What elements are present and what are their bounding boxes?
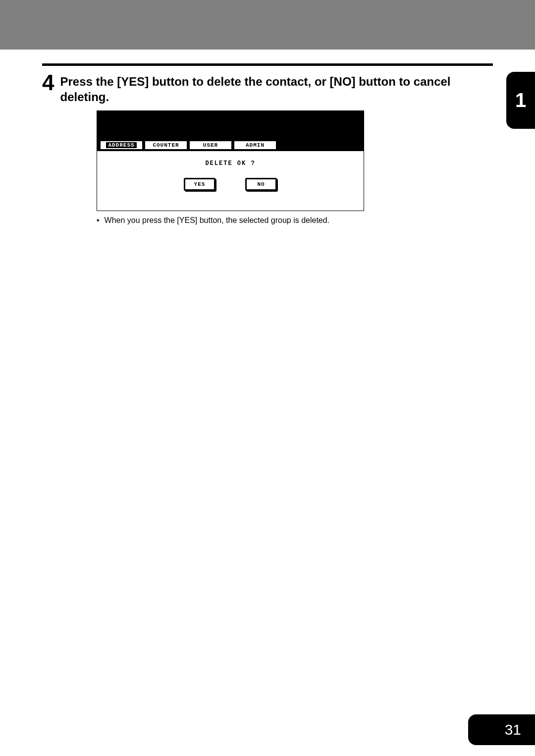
chapter-tab: 1: [506, 72, 535, 129]
lcd-tab-strip: ADDRESS COUNTER USER ADMIN: [97, 141, 364, 151]
bullet-icon: •: [97, 215, 100, 226]
no-button[interactable]: NO: [245, 178, 277, 191]
button-row: YES NO: [97, 178, 364, 191]
content-area: 4 Press the [YES] button to delete the c…: [0, 50, 535, 226]
page-number-tab: 31: [468, 714, 535, 745]
chapter-number: 1: [515, 89, 526, 111]
header-bar: [0, 0, 535, 50]
tab-label: ADDRESS: [106, 142, 136, 148]
page-number: 31: [505, 721, 521, 738]
delete-prompt: DELETE OK ?: [97, 160, 364, 167]
lcd-top-bar: [97, 111, 364, 141]
note-text: When you press the [YES] button, the sel…: [105, 215, 330, 226]
tab-label: USER: [203, 142, 218, 148]
tab-counter[interactable]: COUNTER: [145, 141, 187, 150]
step-row: 4 Press the [YES] button to delete the c…: [42, 72, 493, 105]
step-number: 4: [42, 72, 54, 94]
tab-admin[interactable]: ADMIN: [234, 141, 276, 150]
yes-button[interactable]: YES: [184, 178, 215, 191]
tab-label: COUNTER: [153, 142, 179, 148]
tab-user[interactable]: USER: [189, 141, 232, 150]
lcd-screenshot: ADDRESS COUNTER USER ADMIN DELETE OK ? Y…: [97, 110, 364, 211]
step-instruction: Press the [YES] button to delete the con…: [60, 72, 493, 105]
tab-label: ADMIN: [246, 142, 265, 148]
note-row: • When you press the [YES] button, the s…: [97, 215, 493, 226]
section-rule: [42, 63, 493, 66]
tab-address[interactable]: ADDRESS: [100, 141, 143, 150]
lcd-body: DELETE OK ? YES NO: [97, 151, 364, 211]
